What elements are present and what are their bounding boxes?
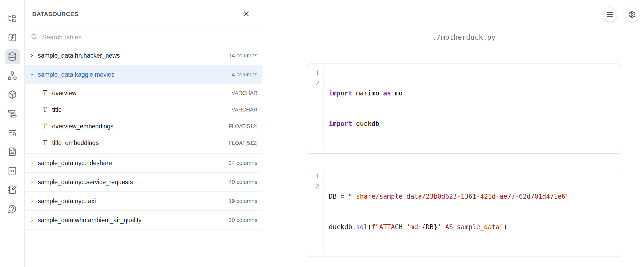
file-text-icon: [8, 147, 17, 157]
function-square-icon: [8, 33, 17, 43]
column-row-overview-embeddings[interactable]: T overview_embeddings FLOAT[512]: [25, 118, 262, 135]
text-search-icon: [8, 128, 17, 138]
column-type: VARCHAR: [232, 107, 257, 113]
tables-list: sample_data.hn.hacker_news 14 columns sa…: [25, 46, 262, 230]
table-name: sample_data.who.ambient_air_quality: [38, 217, 141, 224]
column-count: 4 columns: [232, 71, 257, 78]
column-type: FLOAT[512]: [229, 140, 257, 146]
column-count: 20 columns: [229, 217, 257, 223]
database-icon: [8, 52, 17, 62]
text-type-icon: T: [42, 106, 48, 113]
close-panel-button[interactable]: [242, 10, 251, 19]
gear-icon: [628, 11, 636, 19]
package-box-icon: [8, 90, 17, 100]
line-number-gutter: 1 2: [306, 171, 323, 253]
settings-button[interactable]: [625, 8, 639, 22]
scroll-text-icon: [8, 109, 17, 119]
column-row-title-embeddings[interactable]: T title_embeddings FLOAT[512]: [25, 135, 262, 151]
rail-datasources-button[interactable]: [5, 49, 20, 64]
table-row-hacker-news[interactable]: sample_data.hn.hacker_news 14 columns: [25, 46, 262, 65]
rail-help-button[interactable]: [5, 202, 20, 217]
column-count: 40 columns: [229, 179, 257, 185]
notebook-menu-button[interactable]: [603, 8, 617, 22]
table-name: sample_data.nyc.rideshare: [38, 160, 112, 167]
column-name: overview: [52, 90, 77, 97]
rail-search-logs-button[interactable]: [5, 125, 20, 140]
code-line: import marimo as mo: [329, 88, 403, 98]
line-number: 1: [306, 171, 323, 181]
rail-scratchpad-button[interactable]: [5, 183, 20, 198]
notebook-filename[interactable]: ./motherduck.py: [306, 33, 622, 41]
activity-rail: [0, 0, 25, 267]
column-type: VARCHAR: [232, 90, 257, 96]
table-row-service-requests[interactable]: sample_data.nyc.service_requests 40 colu…: [25, 173, 262, 192]
table-row-kaggle-movies[interactable]: sample_data.kaggle.movies 4 columns: [25, 65, 262, 84]
code-line: import duckdb: [329, 119, 403, 129]
panel-title: DATASOURCES: [32, 11, 78, 18]
column-count: 14 columns: [229, 52, 257, 59]
app-window: DATASOURCES sample_data.hn.hacker_news 1…: [0, 0, 644, 267]
chevron-right-icon: [29, 160, 35, 166]
code-cell-attach-db[interactable]: 1 2 DB = "_share/sample_data/23b0d623-13…: [306, 167, 622, 257]
text-type-icon: T: [42, 89, 48, 97]
line-number: 1: [306, 68, 323, 78]
search-tables-input[interactable]: [42, 34, 209, 41]
code-editor[interactable]: DB = "_share/sample_data/23b0d623-1361-4…: [323, 171, 569, 253]
chevron-down-icon: [29, 72, 35, 77]
notebook-pen-icon: [8, 185, 17, 195]
rail-documentation-button[interactable]: [5, 144, 20, 160]
search-icon: [31, 33, 38, 41]
rail-packages-button[interactable]: [5, 87, 20, 102]
table-name: sample_data.hn.hacker_news: [38, 52, 120, 59]
chevron-right-icon: [29, 179, 35, 185]
rail-dependencies-button[interactable]: [5, 68, 20, 83]
table-row-taxi[interactable]: sample_data.nyc.taxi 19 columns: [25, 192, 262, 211]
text-type-icon: T: [42, 139, 48, 147]
column-name: title: [52, 106, 62, 113]
rail-logs-button[interactable]: [5, 106, 20, 121]
line-number: 2: [306, 181, 323, 191]
close-icon: [242, 10, 250, 18]
column-count: 19 columns: [229, 198, 257, 204]
hamburger-menu-icon: [606, 11, 614, 19]
column-type: FLOAT[512]: [229, 123, 257, 129]
text-type-icon: T: [42, 123, 48, 130]
line-number-gutter: 1 2: [306, 68, 323, 149]
chevron-right-icon: [29, 198, 35, 204]
network-icon: [8, 71, 17, 81]
column-count: 24 columns: [229, 160, 257, 166]
notebook-main: ./motherduck.py 1 2 import marimo as mo …: [262, 0, 644, 267]
kaggle-movies-columns: T overview VARCHAR T title VARCHAR T ove…: [25, 84, 262, 154]
notebook-content: 1 2 import marimo as mo import duckdb 1 …: [306, 64, 622, 267]
table-name: sample_data.nyc.service_requests: [38, 179, 133, 186]
table-row-ambient-air-quality[interactable]: sample_data.who.ambient_air_quality 20 c…: [25, 211, 262, 230]
top-actions: [603, 8, 639, 22]
column-row-title[interactable]: T title VARCHAR: [25, 101, 262, 118]
code-editor[interactable]: import marimo as mo import duckdb: [323, 68, 403, 149]
datasources-panel: DATASOURCES sample_data.hn.hacker_news 1…: [25, 0, 262, 267]
column-name: overview_embeddings: [52, 123, 114, 130]
folder-tree-icon: [8, 14, 17, 24]
chevron-right-icon: [29, 53, 35, 58]
line-number: 2: [306, 78, 323, 88]
rail-snippets-button[interactable]: [5, 164, 20, 179]
rail-file-explorer-button[interactable]: [5, 11, 20, 26]
rail-variables-button[interactable]: [5, 30, 20, 45]
chevron-right-icon: [29, 217, 35, 223]
code-line: DB = "_share/sample_data/23b0d623-1361-4…: [329, 191, 569, 202]
table-row-rideshare[interactable]: sample_data.nyc.rideshare 24 columns: [25, 154, 262, 173]
help-bubble-icon: [8, 204, 17, 214]
column-name: title_embeddings: [52, 139, 99, 147]
datasources-panel-header: DATASOURCES: [25, 0, 262, 28]
table-name: sample_data.nyc.taxi: [38, 198, 96, 205]
table-name: sample_data.kaggle.movies: [38, 71, 114, 78]
table-search-row: [25, 28, 262, 46]
column-row-overview[interactable]: T overview VARCHAR: [25, 85, 262, 101]
code-line: duckdb.sql(f"ATTACH 'md:{DB}' AS sample_…: [329, 222, 569, 232]
code-cell-imports[interactable]: 1 2 import marimo as mo import duckdb: [306, 64, 622, 154]
code-snippet-icon: [8, 166, 17, 176]
